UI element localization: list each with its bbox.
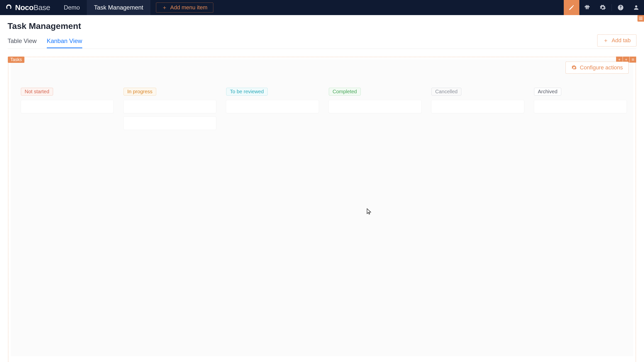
kanban-column: Cancelled <box>431 88 524 346</box>
column-status-pill[interactable]: Completed <box>329 88 361 96</box>
kanban-board: Not startedIn progressTo be reviewedComp… <box>11 60 633 356</box>
add-menu-item-button[interactable]: ＋ Add menu item <box>156 3 213 13</box>
kanban-card[interactable] <box>21 100 113 113</box>
column-status-pill[interactable]: Archived <box>534 88 561 96</box>
kanban-column: Not started <box>21 88 113 346</box>
page-header: Task Management Table View Kanban View ＋… <box>0 15 644 49</box>
configure-actions-label: Configure actions <box>580 64 623 71</box>
page-title: Task Management <box>8 21 636 31</box>
nav-item-label: Task Management <box>94 4 143 11</box>
user-menu-button[interactable] <box>628 0 644 15</box>
nav-item-task-management[interactable]: Task Management <box>87 0 150 15</box>
content: Tasks Configure actions Not startedIn pr… <box>0 49 644 362</box>
kanban-card[interactable] <box>124 100 216 113</box>
plugins-button[interactable] <box>579 0 595 15</box>
brand-name-light: Base <box>33 3 50 12</box>
tab-label: Kanban View <box>47 37 82 44</box>
kanban-column: Completed <box>329 88 421 346</box>
nav-item-label: Demo <box>64 4 80 11</box>
kanban-column: To be reviewed <box>226 88 319 346</box>
block-menu-button[interactable] <box>630 57 636 63</box>
view-tabs: Table View Kanban View ＋ Add tab <box>8 34 636 49</box>
kanban-column: Archived <box>534 88 627 346</box>
kanban-card[interactable] <box>124 117 216 130</box>
tab-table-view[interactable]: Table View <box>8 35 37 48</box>
brand-logo-mark <box>5 4 13 11</box>
plus-icon: ＋ <box>162 5 167 10</box>
add-menu-item-label: Add menu item <box>170 4 208 11</box>
kanban-card[interactable] <box>329 100 421 113</box>
design-mode-button[interactable] <box>564 0 579 15</box>
brand-name-strong: Noco <box>15 3 33 12</box>
tasks-block: Tasks Configure actions Not startedIn pr… <box>8 57 636 362</box>
nav-item-demo[interactable]: Demo <box>57 0 87 15</box>
block-tag[interactable]: Tasks <box>8 57 24 63</box>
topbar: NocoBase Demo Task Management ＋ Add menu… <box>0 0 644 15</box>
configure-actions-button[interactable]: Configure actions <box>566 62 629 74</box>
plus-icon: ＋ <box>603 37 609 44</box>
help-button[interactable] <box>613 0 628 15</box>
add-tab-label: Add tab <box>612 37 631 44</box>
column-status-pill[interactable]: Cancelled <box>431 88 461 96</box>
kanban-card[interactable] <box>534 100 627 113</box>
tab-kanban-view[interactable]: Kanban View <box>47 35 82 48</box>
main-nav: Demo Task Management <box>57 0 150 15</box>
settings-button[interactable] <box>595 0 611 15</box>
brand-logo[interactable]: NocoBase <box>0 0 57 15</box>
add-tab-button[interactable]: ＋ Add tab <box>597 34 636 47</box>
topbar-divider <box>612 4 612 11</box>
topbar-right <box>564 0 644 15</box>
column-status-pill[interactable]: In progress <box>124 88 156 96</box>
brand-name: NocoBase <box>15 3 50 12</box>
kanban-column: In progress <box>124 88 216 346</box>
tab-label: Table View <box>8 37 37 44</box>
kanban-card[interactable] <box>226 100 319 113</box>
column-status-pill[interactable]: Not started <box>21 88 53 96</box>
column-status-pill[interactable]: To be reviewed <box>226 88 268 96</box>
kanban-card[interactable] <box>431 100 524 113</box>
